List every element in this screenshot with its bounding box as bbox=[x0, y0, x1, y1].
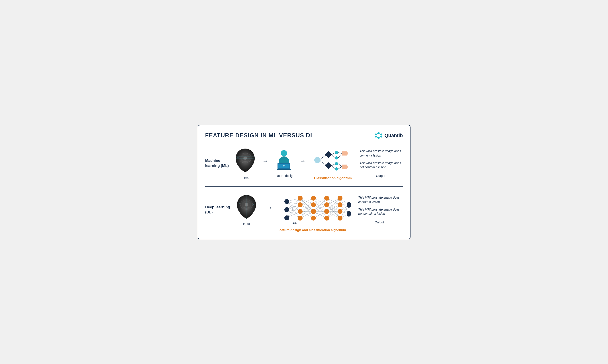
main-card: FEATURE DESIGN IN ML VERSUS DL Quantib bbox=[198, 125, 411, 239]
logo-text: Quantib bbox=[384, 133, 403, 138]
svg-marker-43 bbox=[342, 165, 348, 169]
svg-text:L: L bbox=[252, 156, 253, 158]
dl-input-step: R L Input bbox=[234, 194, 259, 226]
ml-mri-image: R L bbox=[233, 147, 257, 173]
svg-point-25 bbox=[314, 157, 320, 163]
svg-point-135 bbox=[338, 196, 343, 201]
header: FEATURE DESIGN IN ML VERSUS DL Quantib bbox=[205, 131, 403, 140]
svg-point-133 bbox=[324, 209, 329, 214]
dl-arrow: → bbox=[266, 204, 272, 216]
ml-feature-label: Feature design bbox=[274, 174, 294, 178]
svg-marker-28 bbox=[325, 151, 332, 158]
dl-mri-image: R L bbox=[234, 194, 259, 220]
dl-output2: This MRI prostate image does not contain… bbox=[358, 208, 400, 216]
ml-input-step: R L Input bbox=[233, 147, 257, 179]
page-title: FEATURE DESIGN IN ML VERSUS DL bbox=[205, 132, 314, 139]
dl-output1: This MRI prostate image does contain a l… bbox=[358, 195, 400, 204]
svg-marker-36 bbox=[335, 162, 338, 165]
ml-section: Machine learning (ML) bbox=[205, 143, 403, 183]
svg-point-20 bbox=[281, 150, 287, 156]
svg-point-138 bbox=[338, 216, 343, 221]
svg-point-129 bbox=[311, 209, 316, 214]
svg-point-131 bbox=[324, 196, 329, 201]
ml-label: Machine learning (ML) bbox=[205, 158, 232, 168]
svg-point-137 bbox=[338, 209, 343, 214]
quantib-logo-icon bbox=[374, 131, 383, 140]
svg-point-124 bbox=[298, 202, 303, 207]
ml-input-label: Input bbox=[242, 176, 249, 179]
svg-line-39 bbox=[338, 154, 342, 158]
dl-output-texts: This MRI prostate image does contain a l… bbox=[358, 195, 400, 224]
svg-text:Etc.: Etc. bbox=[293, 221, 297, 224]
person-laptop-icon bbox=[274, 149, 295, 171]
svg-point-140 bbox=[347, 211, 351, 217]
svg-line-26 bbox=[320, 155, 327, 159]
ml-content: R L Input → bbox=[232, 147, 403, 180]
svg-point-122 bbox=[284, 215, 289, 220]
svg-line-33 bbox=[332, 166, 335, 169]
svg-point-127 bbox=[311, 196, 316, 201]
section-divider bbox=[205, 186, 403, 187]
ml-feature-step: Feature design bbox=[274, 149, 295, 178]
dl-nn-step: Etc. bbox=[280, 194, 351, 226]
svg-point-126 bbox=[298, 216, 303, 221]
ml-output-texts: This MRI prostate image does contain a l… bbox=[359, 149, 402, 177]
dl-bottom-labels: Feature design and classification algori… bbox=[205, 228, 403, 232]
svg-marker-42 bbox=[342, 151, 348, 156]
svg-point-132 bbox=[324, 202, 329, 207]
svg-point-123 bbox=[298, 196, 303, 201]
ml-classif-label: Classification algorithm bbox=[314, 176, 352, 180]
svg-point-125 bbox=[298, 209, 303, 214]
ml-output1: This MRI prostate image does contain a l… bbox=[359, 149, 402, 158]
svg-text:L: L bbox=[253, 203, 254, 205]
svg-text:R: R bbox=[239, 203, 240, 205]
svg-point-134 bbox=[324, 216, 329, 221]
svg-marker-34 bbox=[335, 151, 338, 154]
svg-rect-24 bbox=[277, 169, 291, 170]
dl-combined-label: Feature design and classification algori… bbox=[263, 228, 361, 232]
svg-line-38 bbox=[338, 153, 342, 154]
dl-label: Deep learning (DL) bbox=[205, 205, 232, 215]
dl-content: R L Input → bbox=[232, 194, 403, 226]
dl-section: Deep learning (DL) bbox=[205, 190, 403, 232]
dl-input-label: Input bbox=[243, 222, 250, 226]
svg-line-27 bbox=[320, 161, 327, 166]
dl-neural-network: Etc. bbox=[280, 194, 351, 226]
svg-point-121 bbox=[284, 207, 289, 212]
ml-classif-diagram bbox=[311, 147, 355, 173]
svg-marker-37 bbox=[335, 167, 338, 171]
ml-output-label: Output bbox=[359, 174, 402, 178]
svg-marker-35 bbox=[335, 156, 338, 160]
ml-arrow1: → bbox=[262, 158, 268, 169]
logo: Quantib bbox=[374, 131, 403, 140]
ml-output2: This MRI prostate image does not contain… bbox=[359, 161, 402, 169]
svg-line-31 bbox=[332, 155, 335, 157]
svg-point-136 bbox=[338, 202, 343, 207]
svg-line-41 bbox=[338, 167, 342, 169]
svg-line-32 bbox=[332, 164, 335, 166]
dl-section-main: Deep learning (DL) bbox=[205, 190, 403, 230]
svg-line-40 bbox=[338, 164, 342, 167]
svg-point-120 bbox=[284, 199, 289, 204]
ml-section-main: Machine learning (ML) bbox=[205, 143, 403, 183]
svg-line-30 bbox=[332, 153, 335, 155]
svg-point-23 bbox=[283, 165, 285, 167]
svg-text:R: R bbox=[237, 156, 239, 158]
ml-classif-step: Classification algorithm bbox=[311, 147, 355, 180]
svg-point-139 bbox=[347, 202, 351, 208]
dl-output-label: Output bbox=[358, 221, 400, 224]
ml-arrow2: → bbox=[299, 158, 306, 169]
svg-point-130 bbox=[311, 216, 316, 221]
svg-point-128 bbox=[311, 202, 316, 207]
svg-marker-29 bbox=[325, 162, 332, 169]
